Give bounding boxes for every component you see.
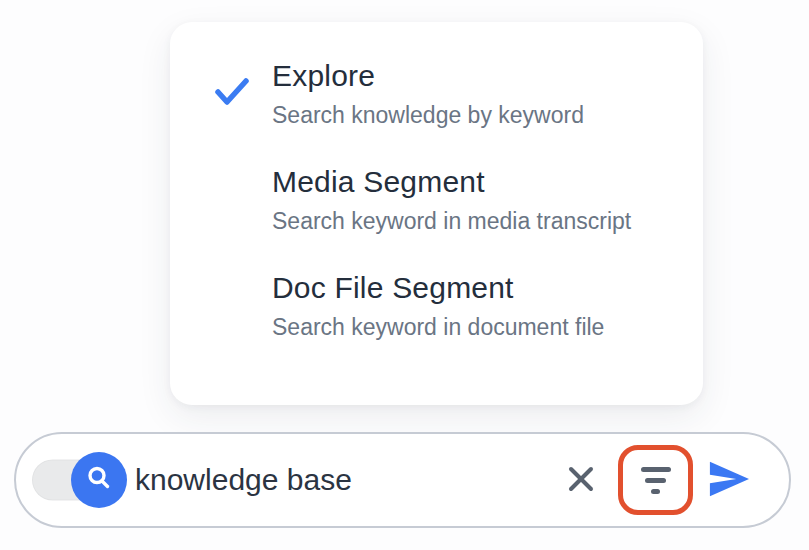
check-icon [215,77,249,111]
send-icon [706,459,752,502]
selected-check-slot [215,77,272,111]
menu-item-description: Search knowledge by keyword [272,102,584,128]
search-mode-menu-list: Explore Search knowledge by keyword Medi… [170,22,703,340]
menu-item-label: Doc File Segment [272,271,604,304]
search-icon [85,464,113,496]
menu-item-doc-file-segment[interactable]: Doc File Segment Search keyword in docum… [215,271,683,340]
filter-icon [641,467,671,494]
menu-item-description: Search keyword in media transcript [272,208,631,234]
send-button[interactable] [705,458,753,502]
toggle-knob[interactable] [71,452,127,508]
clear-x-icon [565,463,597,498]
search-mode-toggle[interactable] [31,452,127,508]
clear-button[interactable] [564,463,598,497]
filter-highlight-annotation [618,445,693,515]
search-bar [14,432,791,528]
menu-item-text: Doc File Segment Search keyword in docum… [272,271,604,340]
menu-item-label: Explore [272,59,584,92]
menu-item-text: Explore Search knowledge by keyword [272,59,584,128]
search-input[interactable] [135,463,564,497]
menu-item-text: Media Segment Search keyword in media tr… [272,165,631,234]
menu-item-explore[interactable]: Explore Search knowledge by keyword [215,59,683,128]
menu-item-description: Search keyword in document file [272,314,604,340]
menu-item-media-segment[interactable]: Media Segment Search keyword in media tr… [215,165,683,234]
search-mode-menu: Explore Search knowledge by keyword Medi… [170,22,703,405]
filter-button[interactable] [623,450,688,510]
menu-item-label: Media Segment [272,165,631,198]
